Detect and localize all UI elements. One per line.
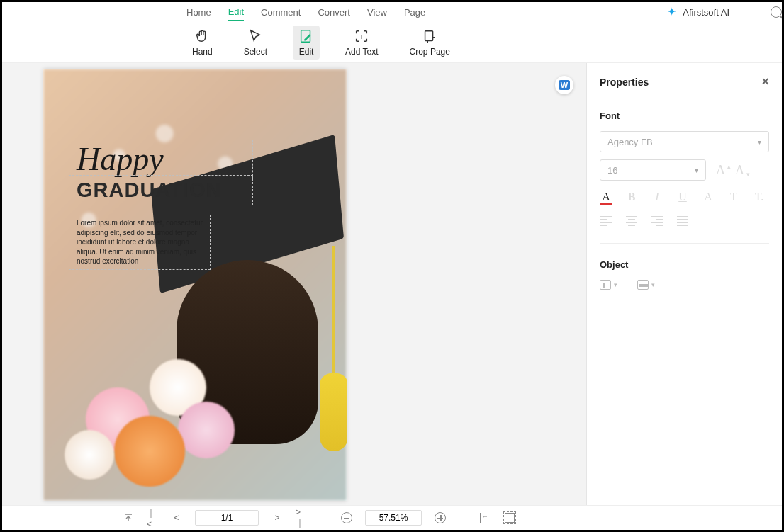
text-happy[interactable]: Happy [69, 140, 253, 179]
tool-hand-label: Hand [192, 47, 213, 57]
tool-crop-page-label: Crop Page [410, 47, 450, 57]
align-left-icon[interactable] [600, 215, 612, 227]
align-justify-icon[interactable] [676, 215, 689, 227]
close-icon[interactable]: × [761, 74, 769, 89]
properties-panel: Properties × Font Agency FB 16 A A A B I… [586, 63, 782, 505]
menu-bar: Home Edit Comment Convert View Page Afir… [2, 2, 782, 22]
font-family-dropdown[interactable]: Agency FB [600, 131, 769, 152]
page-input[interactable] [195, 510, 259, 526]
tab-view[interactable]: View [367, 4, 387, 21]
search-icon[interactable] [771, 6, 782, 18]
add-text-icon: T [354, 28, 369, 44]
cursor-icon [247, 28, 263, 44]
last-page-icon[interactable]: >｜ [296, 512, 307, 523]
text-style-t-icon[interactable]: T [727, 191, 740, 203]
scroll-top-icon[interactable] [123, 512, 134, 523]
text-lorem[interactable]: Lorem ipsum dolor sit amet, consectetur … [69, 215, 211, 270]
zoom-input[interactable] [365, 510, 422, 526]
edit-page-icon [298, 28, 314, 44]
svg-text:T: T [359, 33, 364, 40]
object-distribute-dropdown[interactable] [637, 280, 655, 290]
fit-width-icon[interactable] [480, 512, 491, 523]
tool-crop-page[interactable]: Crop Page [404, 26, 456, 60]
font-size-value: 16 [607, 165, 617, 176]
bold-icon[interactable]: B [625, 191, 638, 203]
object-distribute-icon [637, 280, 649, 290]
italic-icon[interactable]: I [651, 191, 663, 203]
object-section-title: Object [600, 259, 769, 270]
tool-edit-label: Edit [299, 47, 314, 57]
tab-comment[interactable]: Comment [261, 4, 301, 21]
bottom-bar: ｜< < > >｜ [2, 505, 782, 530]
align-center-icon[interactable] [625, 215, 638, 227]
tool-hand[interactable]: Hand [186, 26, 218, 60]
tool-edit[interactable]: Edit [293, 26, 320, 60]
underline-icon[interactable]: U [676, 191, 689, 203]
font-color-icon[interactable]: A [600, 191, 612, 203]
word-icon: W [559, 80, 570, 90]
next-page-icon[interactable]: > [271, 512, 283, 523]
align-right-icon[interactable] [651, 215, 663, 227]
zoom-out-icon[interactable] [341, 512, 352, 523]
workspace[interactable]: Happy GRADUATION Lorem ipsum dolor sit a… [2, 63, 586, 505]
ai-brand-label: Afirstsoft AI [683, 7, 729, 18]
convert-to-word-badge[interactable]: W [555, 76, 573, 94]
tab-home[interactable]: Home [186, 4, 211, 21]
toolbar: Hand Select Edit T Add Text Crop Page [2, 22, 782, 63]
font-section-title: Font [600, 111, 769, 121]
panel-title: Properties [600, 77, 649, 88]
tool-select-label: Select [244, 47, 267, 57]
object-align-icon [600, 280, 611, 290]
zoom-in-icon[interactable] [435, 512, 446, 523]
text-graduation[interactable]: GRADUATION [69, 175, 253, 205]
font-size-dropdown[interactable]: 16 [600, 159, 706, 181]
font-family-value: Agency FB [607, 137, 653, 147]
text-style-t2-icon[interactable]: T. [753, 191, 766, 203]
hand-icon [194, 28, 210, 44]
tool-add-text-label: Add Text [345, 47, 378, 57]
decrease-font-icon[interactable]: A [735, 163, 744, 178]
first-page-icon[interactable]: ｜< [147, 512, 158, 523]
ai-brand[interactable]: Afirstsoft AI [667, 6, 729, 18]
tab-convert[interactable]: Convert [318, 4, 350, 21]
fit-page-icon[interactable] [504, 512, 515, 523]
tab-page[interactable]: Page [404, 4, 425, 21]
tab-edit[interactable]: Edit [228, 4, 244, 21]
tool-add-text[interactable]: T Add Text [340, 26, 383, 60]
document-canvas[interactable]: Happy GRADUATION Lorem ipsum dolor sit a… [43, 69, 347, 501]
svg-rect-2 [425, 30, 433, 40]
object-align-dropdown[interactable] [600, 280, 617, 290]
crop-icon [422, 28, 437, 44]
sparkle-icon [667, 6, 678, 18]
text-style-a-icon[interactable]: A [702, 191, 715, 203]
tool-select[interactable]: Select [238, 26, 273, 60]
prev-page-icon[interactable]: < [171, 512, 182, 523]
increase-font-icon[interactable]: A [716, 163, 725, 178]
flowers-bouquet [43, 338, 228, 501]
